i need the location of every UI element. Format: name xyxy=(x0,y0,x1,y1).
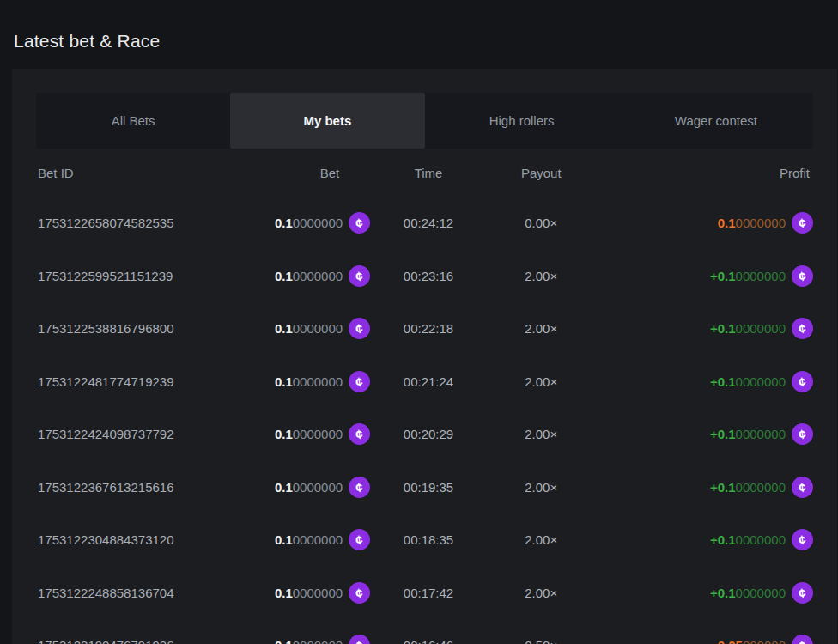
profit-amount-zeros: 0000000 xyxy=(736,374,786,389)
bet-amount-zeros: 0000000 xyxy=(293,427,343,441)
bet-amount-zeros: 0000000 xyxy=(293,269,343,283)
bet-amount-main: 0.1 xyxy=(275,638,293,644)
bet-payout: 0.50× xyxy=(487,638,596,644)
bet-id: 1753122424098737792 xyxy=(36,427,238,441)
coin-icon: ¢ xyxy=(792,529,813,550)
profit-amount-zeros: 0000000 xyxy=(736,586,786,600)
bet-amount-zeros: 0000000 xyxy=(293,480,343,495)
table-row[interactable]: 17531224817747192390.10000000¢00:21:242.… xyxy=(36,355,813,409)
bet-amount-main: 0.1 xyxy=(275,480,293,495)
bet-time: 00:24:12 xyxy=(370,216,487,230)
bet-profit: +0.10000000¢ xyxy=(596,582,813,604)
bet-profit: +0.10000000¢ xyxy=(596,423,813,445)
bet-amount-main: 0.1 xyxy=(275,586,293,600)
profit-amount-zeros: 0000000 xyxy=(736,216,786,230)
table-body: 17531226580745825350.10000000¢00:24:120.… xyxy=(36,197,813,644)
bet-id: 1753122538816796800 xyxy=(36,321,238,336)
bet-amount: 0.10000000¢ xyxy=(238,318,370,339)
bet-profit: +0.10000000¢ xyxy=(596,477,813,498)
profit-amount-zeros: 0000000 xyxy=(736,427,786,441)
table-row[interactable]: 17531225388167968000.10000000¢00:22:182.… xyxy=(36,302,813,355)
bet-id: 1753122599521151239 xyxy=(36,269,238,283)
bet-id: 1753122248858136704 xyxy=(36,586,238,600)
coin-icon: ¢ xyxy=(349,265,370,287)
bet-amount-main: 0.1 xyxy=(275,374,293,389)
profit-amount-zeros: 000000 xyxy=(743,638,786,644)
bet-profit: +0.10000000¢ xyxy=(596,265,813,287)
bet-amount: 0.10000000¢ xyxy=(238,582,370,604)
bet-amount: 0.10000000¢ xyxy=(238,371,370,392)
column-header-time: Time xyxy=(370,166,487,180)
bet-amount-zeros: 0000000 xyxy=(293,321,343,336)
bet-profit: +0.10000000¢ xyxy=(596,529,813,550)
bet-amount: 0.10000000¢ xyxy=(238,265,370,287)
bet-amount: 0.10000000¢ xyxy=(238,212,370,234)
profit-amount-zeros: 0000000 xyxy=(736,321,786,336)
coin-icon: ¢ xyxy=(349,582,370,604)
table-row[interactable]: 17531223048843731200.10000000¢00:18:352.… xyxy=(36,513,813,567)
table-row[interactable]: 17531224240987377920.10000000¢00:20:292.… xyxy=(36,408,813,461)
table-header: Bet IDBetTimePayoutProfit xyxy=(36,149,813,197)
bet-time: 00:18:35 xyxy=(370,532,487,547)
profit-amount-main: +0.1 xyxy=(710,480,736,495)
table-row[interactable]: 17531223676132156160.10000000¢00:19:352.… xyxy=(36,461,813,514)
bet-amount: 0.10000000¢ xyxy=(238,635,370,644)
tab-all-bets[interactable]: All Bets xyxy=(36,93,230,149)
profit-amount-main: +0.1 xyxy=(710,427,736,441)
bet-profit: 0.05000000¢ xyxy=(596,635,813,644)
column-header-bet-id: Bet ID xyxy=(36,166,238,180)
coin-icon: ¢ xyxy=(792,318,813,339)
page-title: Latest bet & Race xyxy=(14,31,160,52)
profit-amount-main: +0.1 xyxy=(710,532,736,547)
table-row[interactable]: 17531221904767919360.10000000¢00:16:460.… xyxy=(36,619,813,644)
bet-payout: 2.00× xyxy=(487,532,596,547)
coin-icon: ¢ xyxy=(349,318,370,339)
bet-payout: 2.00× xyxy=(487,374,596,389)
column-header-payout: Payout xyxy=(487,166,596,180)
coin-icon: ¢ xyxy=(349,371,370,392)
coin-icon: ¢ xyxy=(792,212,813,234)
bet-payout: 2.00× xyxy=(487,269,596,283)
coin-icon: ¢ xyxy=(349,423,370,445)
bet-time: 00:20:29 xyxy=(370,427,487,441)
bet-amount: 0.10000000¢ xyxy=(238,477,370,498)
bet-payout: 2.00× xyxy=(487,321,596,336)
bet-amount-zeros: 0000000 xyxy=(293,374,343,389)
bet-id: 1753122481774719239 xyxy=(36,374,238,389)
bet-time: 00:23:16 xyxy=(370,269,487,283)
profit-amount-main: 0.05 xyxy=(718,638,743,644)
bets-table: Bet IDBetTimePayoutProfit 17531226580745… xyxy=(36,149,813,644)
bet-payout: 0.00× xyxy=(487,216,596,230)
profit-amount-main: +0.1 xyxy=(710,321,736,336)
bet-amount-main: 0.1 xyxy=(275,216,293,230)
coin-icon: ¢ xyxy=(349,529,370,550)
coin-icon: ¢ xyxy=(792,477,813,498)
coin-icon: ¢ xyxy=(792,635,813,644)
bet-id: 1753122190476791936 xyxy=(36,638,238,644)
bet-time: 00:16:46 xyxy=(370,638,487,644)
profit-amount-zeros: 0000000 xyxy=(736,269,786,283)
table-row[interactable]: 17531222488581367040.10000000¢00:17:422.… xyxy=(36,567,813,620)
tab-my-bets[interactable]: My bets xyxy=(230,93,424,149)
bet-id: 1753122304884373120 xyxy=(36,532,238,547)
bet-amount-main: 0.1 xyxy=(275,269,293,283)
coin-icon: ¢ xyxy=(349,635,370,644)
latest-bets-panel: All BetsMy betsHigh rollersWager contest… xyxy=(12,69,837,644)
coin-icon: ¢ xyxy=(792,265,813,287)
bet-amount-main: 0.1 xyxy=(275,321,293,336)
bet-amount-zeros: 0000000 xyxy=(293,216,343,230)
profit-amount-main: +0.1 xyxy=(710,586,736,600)
bet-amount-zeros: 0000000 xyxy=(293,532,343,547)
tab-high-rollers[interactable]: High rollers xyxy=(425,93,619,149)
table-row[interactable]: 17531225995211512390.10000000¢00:23:162.… xyxy=(36,250,813,303)
bet-time: 00:21:24 xyxy=(370,374,487,389)
bet-time: 00:17:42 xyxy=(370,586,487,600)
column-header-bet: Bet xyxy=(238,166,370,180)
bet-time: 00:19:35 xyxy=(370,480,487,495)
profit-amount-main: +0.1 xyxy=(710,374,736,389)
bet-id: 1753122658074582535 xyxy=(36,216,238,230)
profit-amount-zeros: 0000000 xyxy=(736,480,786,495)
tab-wager-contest[interactable]: Wager contest xyxy=(619,93,813,149)
bet-payout: 2.00× xyxy=(487,427,596,441)
table-row[interactable]: 17531226580745825350.10000000¢00:24:120.… xyxy=(36,197,813,250)
